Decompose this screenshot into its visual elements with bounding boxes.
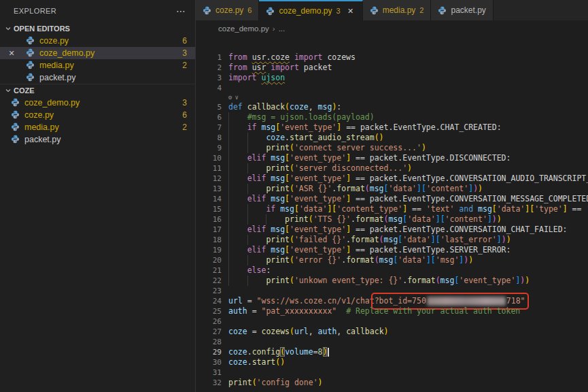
code-token: callback: [346, 327, 383, 336]
code-token: cozews: [261, 327, 290, 336]
code-line[interactable]: 7if msg['event_type'] == packet.EventTyp…: [196, 122, 588, 133]
code-line[interactable]: 2from usr import packet: [196, 63, 588, 73]
code-token: usr.coze: [252, 52, 290, 62]
line-content: coze.config(volume=8): [228, 347, 329, 357]
tab-media.py[interactable]: media.py2: [363, 0, 432, 20]
code-line[interactable]: 16print('TTS {}'.format(msg['data']['con…: [196, 214, 588, 225]
code-line[interactable]: 5def callback(coze, msg):: [196, 102, 588, 112]
code-token: format: [407, 276, 436, 285]
code-line[interactable]: 21else:: [196, 265, 588, 276]
code-line[interactable]: 8coze.start_audio_stream(): [196, 133, 588, 143]
code-line[interactable]: 25auth = "pat_xxxxxxxxxx" # Replace with…: [196, 306, 588, 316]
code-token: ): [468, 255, 473, 265]
code-token: 8: [318, 347, 323, 357]
python-icon: [370, 6, 379, 15]
code-line[interactable]: 19elif msg['event_type'] == packet.Event…: [196, 245, 588, 255]
close-icon[interactable]: ✕: [6, 49, 17, 58]
code-line[interactable]: 18print('failed {}'.format(msg['data']['…: [196, 235, 588, 245]
close-icon[interactable]: ✕: [346, 7, 356, 16]
problems-badge: 6: [182, 110, 187, 120]
tab-coze.py[interactable]: coze.py6: [196, 0, 259, 20]
code-line[interactable]: 9print('connect server success...'): [196, 143, 588, 153]
sidebar-item-packet.py[interactable]: packet.py: [0, 71, 195, 84]
code-line[interactable]: 15if msg['data']['content_type'] == 'tex…: [196, 204, 588, 214]
line-content: import ujson: [228, 73, 285, 83]
tab-packet.py[interactable]: packet.py: [431, 0, 493, 20]
code-line[interactable]: 3import ujson: [196, 73, 588, 83]
code-line[interactable]: 24url = "wss://ws.coze.cn/v1/chat?bot_id…: [196, 296, 588, 306]
code-line[interactable]: 26: [196, 316, 588, 327]
code-line[interactable]: 13print('ASR {}'.format(msg['data']['con…: [196, 184, 588, 194]
code-line[interactable]: 27coze = cozews(url, auth, callback): [196, 327, 588, 337]
sidebar-item-coze_demo.py[interactable]: ✕coze_demo.py3: [0, 47, 195, 59]
code-line[interactable]: 29coze.config(volume=8): [196, 347, 588, 357]
indent-guide: [266, 214, 285, 225]
gear-icon[interactable]: ⚙: [228, 93, 232, 102]
sidebar-item-packet.py[interactable]: packet.py: [0, 133, 195, 146]
breadcrumb[interactable]: coze_demo.py › ...: [196, 20, 588, 37]
line-number: 5: [196, 102, 222, 112]
code-token: 'event_type': [290, 194, 346, 203]
line-content: #msg = ujson.loads(payload): [228, 112, 375, 122]
indent-guide: [228, 163, 247, 174]
code-line[interactable]: 10elif msg['event_type'] == packet.Event…: [196, 153, 588, 163]
line-content: print('server disconnected...'): [228, 163, 412, 174]
tab-label: packet.py: [451, 5, 485, 15]
code-line[interactable]: 1from usr.coze import cozews: [196, 52, 588, 63]
code-line[interactable]: 28: [196, 337, 588, 347]
code-line[interactable]: 12elif msg['event_type'] == packet.Event…: [196, 174, 588, 184]
tab-problems-badge: 2: [419, 6, 423, 14]
section-header-coze[interactable]: COZE: [0, 84, 195, 97]
sidebar-item-coze.py[interactable]: coze.py6: [0, 35, 195, 47]
code-token: (): [275, 357, 285, 367]
breadcrumb-rest[interactable]: ...: [279, 24, 286, 33]
code-line[interactable]: 17elif msg['event_type'] == packet.Event…: [196, 225, 588, 235]
chevron-down-icon: [3, 23, 14, 34]
indent-guide: [228, 245, 247, 255]
breadcrumb-file[interactable]: coze_demo.py: [218, 24, 269, 33]
problems-badge: 3: [182, 98, 187, 108]
code-token: ): [506, 235, 511, 244]
code-token: .: [285, 133, 290, 142]
section-header-open-editors[interactable]: OPEN EDITORS: [0, 22, 195, 35]
tab-coze_demo.py[interactable]: coze_demo.py3✕: [259, 0, 362, 20]
line-content: coze.start_audio_stream(): [228, 133, 384, 143]
sidebar-item-media.py[interactable]: media.py2: [0, 59, 195, 71]
indent-guide: [228, 184, 247, 194]
code-line[interactable]: 32print('config done'): [196, 378, 588, 388]
breadcrumb-separator: ›: [273, 24, 275, 33]
sidebar-item-coze_demo.py[interactable]: coze_demo.py3: [0, 97, 195, 109]
code-line[interactable]: 6#msg = ujson.loads(payload): [196, 112, 588, 122]
chevron-down-icon: ∨: [235, 93, 238, 102]
code-line[interactable]: 14elif msg['event_type'] == packet.Event…: [196, 194, 588, 204]
code-token: ][: [431, 235, 440, 244]
code-token: from: [228, 63, 252, 72]
code-line[interactable]: 4: [196, 83, 588, 93]
sidebar-item-media.py[interactable]: media.py2: [0, 121, 195, 133]
code-line[interactable]: 30coze.start(): [196, 357, 588, 368]
code-line[interactable]: 22print('unkown event_type: {}'.format(m…: [196, 276, 588, 286]
code-editor[interactable]: 1from usr.coze import cozews2from usr im…: [196, 37, 588, 392]
explorer-sections: OPEN EDITORScoze.py6✕coze_demo.py3media.…: [0, 22, 195, 146]
code-token: print: [266, 184, 290, 193]
code-token: ): [497, 214, 502, 224]
code-token: [: [285, 174, 290, 183]
sidebar-item-coze.py[interactable]: coze.py6: [0, 109, 195, 121]
code-token: msg: [379, 255, 394, 265]
code-token: def: [228, 102, 247, 112]
code-token: import: [266, 63, 303, 72]
ellipsis-icon[interactable]: ⋯: [176, 8, 187, 14]
code-token: 'data': [407, 214, 436, 224]
line-content: auth = "pat_xxxxxxxxxx" # Replace with y…: [228, 306, 520, 316]
code-line[interactable]: 20print('error {}'.format(msg['data']['m…: [196, 255, 588, 265]
code-line[interactable]: 31: [196, 368, 588, 378]
code-token: 'data': [299, 204, 328, 214]
code-token: :: [266, 265, 271, 275]
line-number: 26: [196, 316, 222, 327]
code-token: .: [247, 347, 252, 357]
line-content: from usr.coze import cozews: [228, 52, 356, 63]
code-line[interactable]: 11print('server disconnected...'): [196, 163, 588, 174]
gear-decoration[interactable]: ⚙∨: [228, 93, 239, 102]
indent-guide: [247, 184, 266, 194]
file-name: coze_demo.py: [39, 48, 94, 58]
